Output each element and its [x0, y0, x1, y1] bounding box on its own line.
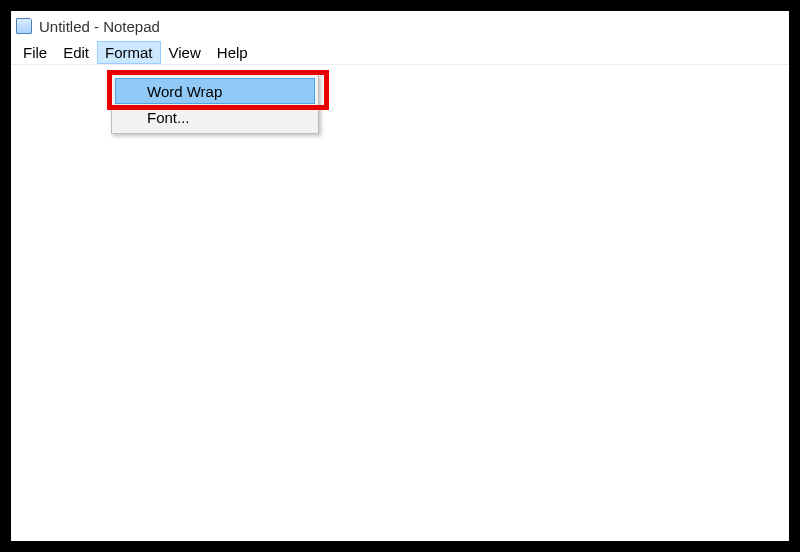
- menu-item-word-wrap[interactable]: Word Wrap: [115, 78, 315, 104]
- window-title: Untitled - Notepad: [39, 18, 160, 35]
- format-dropdown: Word Wrap Font...: [111, 74, 319, 134]
- notepad-icon: [15, 17, 33, 35]
- menubar: File Edit Format View Help: [11, 41, 789, 65]
- menu-view[interactable]: View: [161, 41, 209, 64]
- window-frame: Untitled - Notepad File Edit Format View…: [10, 10, 790, 542]
- titlebar: Untitled - Notepad: [11, 11, 789, 41]
- text-editor-area[interactable]: [11, 66, 789, 541]
- menu-format[interactable]: Format: [97, 41, 161, 64]
- menu-help[interactable]: Help: [209, 41, 256, 64]
- menu-edit[interactable]: Edit: [55, 41, 97, 64]
- menu-item-font[interactable]: Font...: [115, 104, 315, 130]
- menu-file[interactable]: File: [15, 41, 55, 64]
